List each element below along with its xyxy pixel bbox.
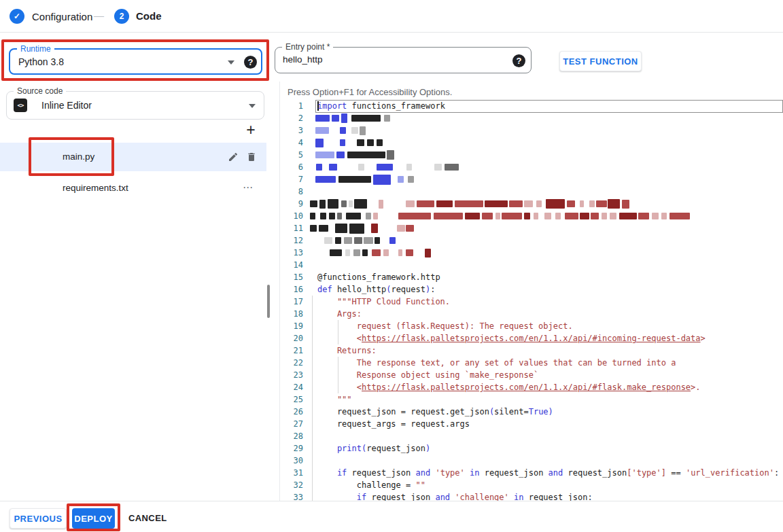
blurred-code-segment — [341, 113, 347, 123]
blurred-code-segment — [384, 115, 390, 122]
test-function-button[interactable]: TEST FUNCTION — [559, 51, 642, 71]
line-number: 5 — [280, 149, 303, 161]
code-line-21: Returns: — [317, 344, 377, 357]
line-number: 2 — [280, 112, 303, 124]
blurred-code-segment — [455, 200, 483, 207]
code-line-32: challenge = "" — [317, 479, 425, 491]
code-line-17: """HTTP Cloud Function. — [317, 296, 450, 308]
code-glyph: <> — [18, 102, 24, 109]
code-line-23: Response object using `make_response` — [317, 369, 538, 381]
blurred-code-segment — [434, 213, 463, 219]
blurred-code-segment — [337, 213, 342, 219]
blurred-code-segment — [364, 237, 373, 244]
step1-configuration-label[interactable]: Configuration — [32, 11, 92, 22]
deploy-button[interactable]: DEPLOY — [72, 508, 115, 529]
edit-pencil-icon[interactable] — [228, 152, 239, 162]
line-number: 16 — [280, 283, 303, 296]
blurred-code-segment — [596, 200, 607, 207]
runtime-help-icon[interactable]: ? — [244, 56, 257, 69]
blurred-code-segment — [485, 200, 508, 207]
step2-number: 2 — [120, 12, 124, 21]
line-number: 28 — [280, 430, 303, 442]
line-number: 10 — [280, 210, 303, 222]
entry-point-help-icon[interactable]: ? — [512, 54, 525, 67]
blurred-code-segment — [544, 213, 551, 219]
blurred-code-segment — [555, 213, 561, 219]
delete-trash-icon[interactable] — [246, 152, 257, 162]
blurred-code-segment — [398, 176, 404, 183]
blurred-code-segment — [406, 225, 414, 232]
cancel-button[interactable]: CANCEL — [128, 513, 167, 523]
blurred-code-segment — [387, 150, 394, 160]
blurred-code-segment — [310, 200, 317, 207]
code-line-27: request_args = request.args — [317, 418, 470, 430]
line-number: 24 — [280, 381, 303, 393]
code-line-18: Args: — [317, 308, 362, 320]
line-number: 11 — [280, 222, 303, 234]
source-code-select[interactable]: Source code <> Inline Editor — [6, 91, 264, 120]
left-panel-scrollbar-thumb[interactable] — [267, 285, 270, 318]
line-number: 4 — [280, 137, 303, 149]
step2-number-circle[interactable]: 2 — [114, 9, 129, 24]
blurred-code-segment — [315, 139, 324, 147]
blurred-code-segment — [524, 213, 530, 219]
blurred-code-segment — [534, 213, 538, 219]
blurred-code-segment — [362, 249, 368, 256]
step1-check-circle[interactable]: ✓ — [10, 9, 24, 24]
blurred-code-segment — [358, 164, 364, 171]
source-code-value: Inline Editor — [41, 100, 92, 111]
code-editor[interactable]: Press Option+F1 for Accessibility Option… — [279, 82, 783, 501]
step2-code-label[interactable]: Code — [136, 10, 162, 22]
line-number: 18 — [280, 308, 303, 320]
blurred-code-segment — [319, 200, 326, 209]
file-row-requirements-txt[interactable]: requirements.txt ⋯ — [0, 174, 266, 202]
runtime-select[interactable]: Runtime Python 3.8 ? — [9, 48, 262, 75]
blurred-code-segment — [349, 224, 364, 234]
blurred-code-segment — [397, 225, 405, 232]
entry-point-input[interactable]: Entry point * hello_http ? — [275, 47, 532, 73]
blurred-code-segment — [589, 200, 595, 207]
code-line-20: <https://flask.palletsprojects.com/en/1.… — [317, 332, 706, 344]
blurred-code-segment — [591, 213, 599, 219]
blurred-code-segment — [315, 152, 334, 158]
blurred-code-segment — [610, 213, 616, 219]
file-row-main-py[interactable]: main.py — [0, 143, 266, 171]
line-number: 12 — [280, 234, 303, 247]
blurred-code-segment — [324, 237, 332, 244]
code-line-31: if request_json and 'type' in request_js… — [317, 467, 779, 479]
previous-button[interactable]: PREVIOUS — [10, 508, 67, 529]
file-name: requirements.txt — [63, 183, 128, 193]
blurred-code-segment — [638, 213, 649, 219]
blurred-code-segment — [351, 127, 358, 134]
blurred-code-segment — [341, 200, 347, 207]
entry-point-label: Entry point * — [282, 42, 333, 52]
blurred-code-segment — [367, 139, 374, 146]
blurred-code-segment — [373, 175, 391, 185]
code-line-29: print(request_json) — [317, 442, 430, 455]
blurred-code-segment — [344, 237, 352, 244]
blurred-code-segment — [316, 164, 322, 171]
blurred-code-segment — [315, 176, 336, 183]
cloud-function-code-page: ✓ Configuration — 2 Code Runtime Python … — [0, 0, 783, 532]
line-number: 13 — [280, 247, 303, 259]
blurred-code-segment — [371, 224, 378, 233]
line-number: 15 — [280, 271, 303, 283]
blurred-code-segment — [398, 213, 431, 219]
blurred-code-segment — [345, 249, 350, 256]
code-line-16: def hello_http(request): — [317, 283, 435, 296]
plus-icon: + — [246, 121, 255, 139]
blurred-code-segment — [406, 200, 415, 207]
blurred-code-segment — [408, 176, 414, 183]
add-file-button[interactable]: + — [243, 122, 258, 137]
blurred-code-segment — [434, 164, 442, 171]
blurred-code-segment — [524, 200, 533, 207]
blurred-code-segment — [406, 249, 413, 256]
footer-divider — [0, 501, 783, 501]
chevron-down-icon[interactable] — [228, 60, 234, 65]
code-line-22: The response text, or any set of values … — [317, 357, 676, 369]
line-number: 33 — [280, 491, 303, 501]
blurred-code-segment — [377, 139, 383, 146]
chevron-down-icon[interactable] — [249, 104, 256, 108]
more-options-icon[interactable]: ⋯ — [243, 181, 254, 194]
blurred-code-segment — [445, 164, 459, 171]
